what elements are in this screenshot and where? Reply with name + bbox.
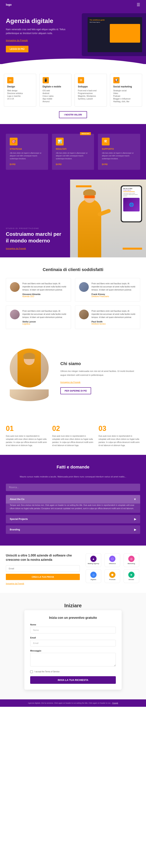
footer-link[interactable]: Freepik xyxy=(112,702,118,704)
who-image xyxy=(6,348,53,407)
who-person-lower xyxy=(10,390,49,401)
form-name-label: Nome xyxy=(30,623,116,626)
hero-cta-button[interactable]: LEGGI DI PIÙ xyxy=(6,46,28,52)
list-item: Android xyxy=(42,92,68,94)
partner-logo-5: ★ Elevate xyxy=(124,569,139,583)
who-circle xyxy=(10,348,49,388)
testimonial-content-3: Proin sed libero enim sed faucibus turpi… xyxy=(91,310,136,325)
service-card-mobile: 📱 Digitale e mobile iOS web Android Crea… xyxy=(39,74,71,106)
list-item: UI e UX xyxy=(7,98,33,100)
numbered-num-0: 01 xyxy=(6,425,48,433)
purple-card-risultati: RISULTATI 📊 RISULTATI Alle itors dolor s… xyxy=(52,134,94,170)
who-description: Ultrices leo integer malesuada non nisi … xyxy=(60,369,140,377)
numbered-grid: 01 Duis aute irure dolor in reprehenderi… xyxy=(6,425,140,447)
who-button[interactable]: PER SAPERNE DI PIÙ xyxy=(60,387,91,394)
purple-cards-section: 🎯 STRATEGIA Alle itors dolor sit rispet … xyxy=(0,124,146,180)
purple-card-strategia: 🎯 STRATEGIA Alle itors dolor sit rispet … xyxy=(6,134,48,170)
partner-name-0: Making Agency xyxy=(88,563,99,564)
faq-question-2[interactable]: Branding ▶ xyxy=(6,525,140,534)
list-item: iOS web xyxy=(42,90,68,92)
phone-screen: We Are A Web Design Agency Lorem ipsum d… xyxy=(122,186,141,221)
form-terms-checkbox[interactable] xyxy=(30,670,33,673)
header: logo ☰ xyxy=(0,0,146,9)
phone-mockup: We Are A Web Design Agency Lorem ipsum d… xyxy=(121,185,142,222)
testimonial-text-0: Proin sed libero enim sed faucibus turpi… xyxy=(22,282,67,291)
mobile-icon: 📱 xyxy=(42,77,49,83)
faq-subtitle: Mauris cursus mattis molestie a iaculis.… xyxy=(6,475,140,478)
purple-card-link-2[interactable]: DI PIÙ xyxy=(102,163,108,165)
service-card-design: ✏ Design Web design Direzione artistica … xyxy=(4,74,36,106)
faq-question-1[interactable]: Special Projects ▶ xyxy=(6,515,140,523)
form-submit-button[interactable]: Invia la tua richiesta xyxy=(30,676,116,684)
faq-question-0[interactable]: About the Co ▼ xyxy=(6,495,140,503)
testimonial-name-0: Giovanni Almeida xyxy=(22,293,67,296)
service-list-mobile: iOS web Android Crea e salva App mobile … xyxy=(42,90,68,103)
faq-search-input[interactable] xyxy=(6,484,140,491)
faq-item-2: Branding ▶ xyxy=(6,525,140,534)
service-list-design: Web design Direzione artistica Logo e ma… xyxy=(7,90,33,100)
faq-item-1: Special Projects ▶ xyxy=(6,515,140,523)
partner-name-2: Marketing xyxy=(128,563,135,564)
who-title: Chi siamo xyxy=(60,361,140,366)
faq-question-text-2: Branding xyxy=(10,528,20,531)
laptop-image-area xyxy=(110,24,140,43)
form-email-input[interactable] xyxy=(30,640,116,646)
partners-layout: Unisciti a oltre 1.000 aziende di softwa… xyxy=(6,553,140,585)
hamburger-menu[interactable]: ☰ xyxy=(137,2,140,7)
partners-section: Unisciti a oltre 1.000 aziende di softwa… xyxy=(0,546,146,593)
strategia-icon: 🎯 xyxy=(10,138,18,146)
partners-create-button[interactable]: Crea la tua prova xyxy=(6,574,80,580)
list-item: Blogger e Influencer xyxy=(113,98,139,100)
purple-card-desc-0: Alle itors dolor sit rispet in ullamcorp… xyxy=(10,152,44,160)
list-item: Hashtag, click, like xyxy=(113,100,139,103)
who-image-link[interactable]: Immagine da Freepik xyxy=(60,381,140,383)
list-item: Symfony, Laravel xyxy=(78,98,104,100)
risultati-badge: RISULTATI xyxy=(80,132,91,135)
form-message-field: Messaggio xyxy=(30,650,116,667)
form-message-textarea[interactable] xyxy=(30,653,116,666)
laptop-subtitle: Web Design Agency xyxy=(90,22,140,23)
list-item: Annunci xyxy=(42,100,68,103)
partner-logo-0: ▲ Making Agency xyxy=(86,553,101,567)
list-item: Crea e salva xyxy=(42,95,68,97)
partner-icon-4: ⬟ xyxy=(109,572,115,578)
partners-email-input[interactable] xyxy=(6,565,80,572)
phone-divider xyxy=(123,191,135,192)
partners-logos: ▲ Making Agency ⬡ Influence ◎ Marketing … xyxy=(86,553,140,583)
hero-description: Nam venenatis cras sed felis eget elique… xyxy=(6,28,74,35)
phone-subtext: Design Agency xyxy=(123,189,140,191)
partners-image-link[interactable]: Immagine da Freepik xyxy=(6,583,24,585)
testimonials-grid: Proin sed libero enim sed faucibus turpi… xyxy=(6,278,140,329)
testimonial-name-2: Stella Larson xyxy=(22,320,67,323)
build-image-link[interactable]: Immagine da Freepik xyxy=(6,247,64,250)
hero-image-link[interactable]: Immagine da Freepik xyxy=(6,39,74,42)
testimonial-content-1: Proin sed libero enim sed faucibus turpi… xyxy=(91,282,136,298)
service-title-mobile: Digitale e mobile xyxy=(42,85,68,88)
faq-search-wrap xyxy=(6,484,140,491)
list-item: Strategie social xyxy=(113,90,139,92)
values-button[interactable]: I NOSTRI VALORI xyxy=(59,111,87,118)
purple-card-link-1[interactable]: DI PIÙ xyxy=(56,163,61,165)
service-card-social: 📢 Social marketing Strategie social Vide… xyxy=(110,74,142,106)
testimonial-name-1: Frank Kinney xyxy=(91,293,136,296)
form-name-input[interactable] xyxy=(30,627,116,633)
partner-name-1: Influence xyxy=(109,563,116,564)
faq-chevron-2: ▶ xyxy=(134,528,136,531)
who-section: Chi siamo Ultrices leo integer malesuada… xyxy=(0,339,146,417)
partner-logo-4: ⬟ Promote xyxy=(105,569,120,583)
start-form-card: Inizia con un preventivo gratuito Nome E… xyxy=(24,610,122,690)
list-item: Video xyxy=(113,92,139,94)
partner-icon-1: ⬡ xyxy=(109,556,115,562)
sviluppo-icon: ⚙ xyxy=(78,77,84,83)
partner-name-3: Digitals xyxy=(91,579,96,581)
partner-icon-5: ★ xyxy=(128,572,135,578)
testimonial-content-2: Proin sed libero enim sed faucibus turpi… xyxy=(22,310,67,325)
list-item: Front-end e back-end xyxy=(78,90,104,92)
deco-rect-2 xyxy=(123,248,142,250)
build-person xyxy=(74,180,105,257)
partner-icon-0: ▲ xyxy=(90,556,96,562)
faq-question-text-0: About the Co xyxy=(10,498,24,501)
form-email-label: Email xyxy=(30,637,116,639)
purple-card-title-0: STRATEGIA xyxy=(10,148,44,150)
purple-card-link-0[interactable]: DI PIÙ xyxy=(10,163,16,165)
